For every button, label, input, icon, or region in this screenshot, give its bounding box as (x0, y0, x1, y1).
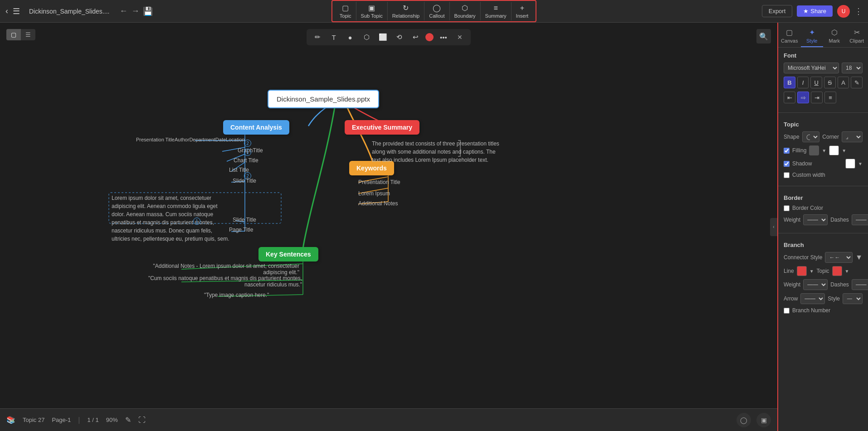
underline-btn[interactable]: U (810, 77, 822, 88)
branch-dashes-select[interactable]: —— (852, 279, 868, 290)
fitscreen-btn[interactable]: ▣ (756, 413, 771, 427)
font-color-btn[interactable]: A (838, 77, 849, 88)
toolbar-callout[interactable]: ◯ Callout (424, 2, 449, 20)
filling-checkbox[interactable] (784, 148, 790, 154)
pen-tool[interactable]: ✏ (311, 31, 324, 44)
dashes-label: Dashes (830, 217, 849, 223)
mouse-mode-btn[interactable]: ◯ (736, 413, 751, 427)
node-executive-summary[interactable]: Executive Summary (345, 120, 419, 135)
branch-number-checkbox[interactable] (784, 308, 790, 314)
italic-btn[interactable]: I (797, 77, 809, 88)
font-family-select[interactable]: Microsoft YaHei (784, 63, 839, 73)
save-icon[interactable]: 💾 (143, 6, 153, 16)
shape-rect-tool[interactable]: ⬜ (376, 31, 389, 44)
undo-icon[interactable]: ← (119, 6, 127, 16)
shape-select[interactable]: ◯ (802, 131, 820, 142)
filling-arrow-icon[interactable]: ▼ (822, 148, 826, 153)
custom-width-checkbox[interactable] (784, 172, 790, 178)
topic-section: Topic Shape ◯ Corner ⌟ Filling ▼ ▼ (778, 116, 868, 184)
text-page-title: Page Title (229, 227, 253, 233)
branch-topic-color[interactable] (832, 266, 842, 276)
edit-mode-icon[interactable]: ✎ (125, 416, 131, 424)
shape-poly-tool[interactable]: ⬡ (360, 31, 373, 44)
divider-2 (778, 186, 868, 186)
branch-weight-select[interactable]: —— (803, 279, 828, 290)
close-toolbar[interactable]: ✕ (454, 31, 466, 44)
text-tool[interactable]: T (327, 31, 340, 44)
align-justify-btn[interactable]: ≡ (824, 92, 836, 103)
style-tab-icon: ✦ (809, 28, 815, 37)
toolbar-insert[interactable]: + Insert (512, 2, 533, 20)
document-title: Dickinson_Sample_Slides.... (29, 8, 109, 15)
connector-tool[interactable]: ⟲ (393, 31, 405, 44)
node-key-sentences[interactable]: Key Sentences (258, 247, 318, 262)
toolbar-subtopic[interactable]: ▣ Sub Topic (356, 2, 388, 20)
filling-color-swatch[interactable] (809, 145, 819, 155)
tab-canvas[interactable]: ▢ Canvas (778, 25, 801, 47)
divider-1 (778, 112, 868, 113)
shadow-color-swatch[interactable] (845, 159, 855, 169)
branch-line-arrow[interactable]: ▼ (809, 269, 814, 274)
export-button[interactable]: Export (762, 5, 793, 17)
text-slide-title1: Slide Title (233, 178, 256, 184)
tab-clipart[interactable]: ✂ Clipart (846, 25, 868, 47)
font-family-row: Microsoft YaHei 18 (784, 63, 863, 73)
font-special-btn[interactable]: ✎ (851, 77, 863, 88)
arrow-tool[interactable]: ↩ (409, 31, 422, 44)
book-icon[interactable]: 📚 (6, 416, 15, 424)
boundary-icon: ⬡ (462, 4, 468, 12)
shadow-arrow-icon[interactable]: ▼ (858, 161, 863, 166)
align-right-btn[interactable]: ⇥ (811, 92, 823, 103)
fullscreen-icon[interactable]: ⛶ (138, 416, 146, 424)
share-icon: ★ (803, 8, 809, 15)
branch-weight-label: Weight (784, 281, 800, 288)
filling-arrow2-icon[interactable]: ▼ (842, 148, 846, 153)
toolbar-relationship[interactable]: ↻ Relationship (388, 2, 425, 20)
page-count: 1 / 1 (88, 416, 99, 423)
border-weight-select[interactable]: —— (803, 214, 828, 225)
divider-3 (778, 233, 868, 233)
filling-color-swatch2[interactable] (829, 145, 839, 155)
user-avatar[interactable]: U (837, 5, 850, 18)
branch-arrow-select[interactable]: —— (800, 293, 825, 304)
tab-mark[interactable]: ⬡ Mark (823, 25, 846, 47)
font-section-title: Font (784, 52, 863, 59)
share-button[interactable]: ★ Share (797, 5, 833, 17)
branch-arrow-row: Arrow —— Style ⸻ (784, 293, 863, 304)
canvas-area[interactable]: ▢ ☰ ✏ T ● ⬡ ⬜ ⟲ ↩ ••• ✕ 🔍 (0, 23, 777, 431)
bold-btn[interactable]: B (784, 77, 795, 88)
font-size-select[interactable]: 18 (842, 63, 863, 73)
shape-circle-tool[interactable]: ● (344, 31, 356, 44)
toolbar-boundary[interactable]: ⬡ Boundary (449, 2, 480, 20)
branch-style-select[interactable]: ⸻ (843, 293, 863, 304)
redo-icon[interactable]: → (131, 6, 139, 16)
node-content-analysis[interactable]: Content Analysis (223, 120, 289, 135)
hamburger-icon[interactable]: ☰ (13, 6, 20, 16)
root-node[interactable]: Dickinson_Sample_Slides.pptx (268, 90, 379, 108)
branch-topic-label: Topic (817, 268, 829, 274)
branch-line-color[interactable] (797, 266, 807, 276)
grid-icon[interactable]: ⋮ (854, 6, 863, 16)
topic-section-title: Topic (784, 121, 863, 128)
strikethrough-btn[interactable]: S (824, 77, 836, 88)
border-color-label: Border Color (792, 205, 823, 211)
expand-panel-btn[interactable]: ‹ (770, 218, 777, 236)
more-options[interactable]: ••• (437, 31, 450, 44)
connector-style-select[interactable]: ←← (825, 252, 853, 263)
main-area: ▢ ☰ ✏ T ● ⬡ ⬜ ⟲ ↩ ••• ✕ 🔍 (0, 23, 868, 431)
toolbar-summary[interactable]: ≡ Summary (481, 2, 512, 20)
border-color-checkbox[interactable] (784, 205, 790, 211)
align-center-btn[interactable]: ⇨ (797, 92, 809, 103)
align-left-btn[interactable]: ⇤ (784, 92, 795, 103)
shadow-checkbox[interactable] (784, 161, 790, 167)
drawing-toolbar: ✏ T ● ⬡ ⬜ ⟲ ↩ ••• ✕ (307, 29, 471, 45)
branch-number-label: Branch Number (792, 307, 830, 314)
corner-select[interactable]: ⌟ (842, 131, 863, 142)
border-dashes-select[interactable]: —— (852, 214, 868, 225)
color-picker[interactable] (425, 33, 434, 41)
tab-style[interactable]: ✦ Style (801, 25, 824, 47)
branch-topic-arrow[interactable]: ▼ (845, 269, 849, 274)
back-icon[interactable]: ‹ (5, 6, 8, 16)
toolbar-topic[interactable]: ▢ Topic (335, 2, 356, 20)
text-key3: "Type image caption here." (204, 292, 269, 298)
